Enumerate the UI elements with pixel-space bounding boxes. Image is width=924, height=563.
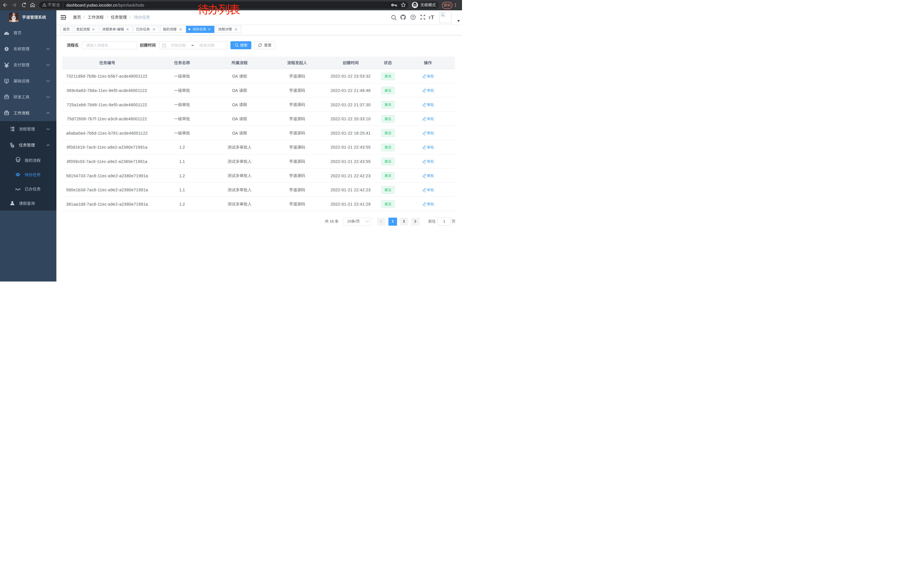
svg-text:1.1: 1.1 [179,159,185,164]
svg-text:22:43:55: 22:43:55 [354,159,371,164]
svg-text:OA: OA [232,131,238,135]
svg-text:22:42:23: 22:42:23 [354,188,371,192]
svg-text:58154733-7ac8-11ec-a9e2-a2380e: 58154733-7ac8-11ec-a9e2-a2380e71991a [66,174,148,178]
svg-text:1.2: 1.2 [179,202,185,206]
svg-text:22:41:29: 22:41:29 [354,202,371,206]
svg-text:2022-01-22: 2022-01-22 [331,102,352,107]
svg-text:OA: OA [232,102,238,107]
svg-text:21:48:48: 21:48:48 [354,88,371,93]
svg-text:8f059c03-7ac8-11ec-a9e2-a2380e: 8f059c03-7ac8-11ec-a9e2-a2380e71991a [67,159,147,164]
svg-text:22:43:55: 22:43:55 [354,145,371,150]
svg-text:OA: OA [232,74,238,78]
svg-text:a6aba0a4-7b6d-11ec-b781-acde48: a6aba0a4-7b6d-11ec-b781-acde48001122 [66,131,148,135]
svg-text:2022-01-22: 2022-01-22 [331,131,352,135]
svg-text:725a1eb6-7b88-11ec-8ef0-acde48: 725a1eb6-7b88-11ec-8ef0-acde48001122 [67,102,147,107]
svg-text:2022-01-21: 2022-01-21 [331,188,352,192]
svg-text:16: 16 [330,219,334,224]
svg-text:2022-01-21: 2022-01-21 [331,174,352,178]
svg-text:069c6a63-7b8a-11ec-8ef0-acde48: 069c6a63-7b8a-11ec-8ef0-acde48001122 [67,88,147,93]
svg-text:2022-01-21: 2022-01-21 [331,202,352,206]
svg-text:OA: OA [232,88,238,93]
svg-text:2022-01-22: 2022-01-22 [331,117,352,121]
svg-text:1.2: 1.2 [179,174,185,178]
svg-text:21:37:30: 21:37:30 [354,102,371,107]
svg-text:1.1: 1.1 [179,188,185,192]
svg-text:75d72608-7b7f-11ec-a3c8-acde48: 75d72608-7b7f-11ec-a3c8-acde48001122 [67,117,147,121]
svg-text:2022-01-21: 2022-01-21 [331,145,352,150]
svg-text:2022-01-22: 2022-01-22 [331,88,352,93]
svg-text:8f0d1619-7ac8-11ec-a9e2-a2380e: 8f0d1619-7ac8-11ec-a9e2-a2380e71991a [67,145,147,150]
svg-text:OA: OA [232,117,238,121]
svg-text:1.2: 1.2 [179,145,185,150]
svg-text:2022-01-21: 2022-01-21 [331,159,352,164]
svg-text:23:53:32: 23:53:32 [354,74,371,78]
svg-text:2022-01-22: 2022-01-22 [331,74,352,78]
svg-text:22:42:23: 22:42:23 [354,174,371,178]
svg-text:73211d9d-7b9b-11ec-b5b7-acde48: 73211d9d-7b9b-11ec-b5b7-acde48001122 [66,74,147,78]
svg-text:580e1b3d-7ac8-11ec-a9e2-a2380e: 580e1b3d-7ac8-11ec-a9e2-a2380e71991a [66,188,148,192]
svg-text:20:33:10: 20:33:10 [354,117,371,121]
svg-text:381aa1dd-7ac8-11ec-a9e2-a2380e: 381aa1dd-7ac8-11ec-a9e2-a2380e71991a [66,202,148,206]
svg-text:18:25:41: 18:25:41 [354,131,371,135]
